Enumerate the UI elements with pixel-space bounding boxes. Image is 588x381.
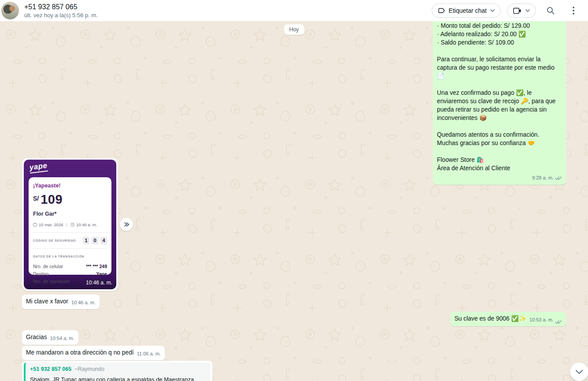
message-key-reply[interactable]: Su clave es de 9006 ✅✨ 10:53 a. m. <box>451 312 566 326</box>
security-digit: 0 <box>92 237 98 244</box>
yape-receipt: yape ¡Yapeaste! S/ 109 Flor Gar* 10 mar.… <box>24 160 116 289</box>
contact-avatar[interactable] <box>1 2 19 19</box>
security-digit: 4 <box>100 237 107 244</box>
contact-name: +51 932 857 065 <box>24 2 98 11</box>
message-list: Hoy · Monto total del pedido: S/ 129.00 … <box>0 21 588 381</box>
label-icon <box>438 7 445 14</box>
transaction-data-label: DATOS DE LA TRANSACCIÓN <box>33 252 107 261</box>
label-chat-button[interactable]: Etiquetar chat <box>432 4 501 18</box>
clock-icon <box>70 223 74 227</box>
receipt-time: 10:46 a. m. <box>76 220 97 229</box>
message-text: Su clave es de 9006 ✅✨ <box>455 314 526 323</box>
message-time: 11:06 a. m. <box>137 350 161 358</box>
message-text: Una vez confirmado su pago ✅, le enviare… <box>437 89 562 122</box>
message-yape-receipt-image[interactable]: yape ¡Yapeaste! S/ 109 Flor Gar* 10 mar.… <box>22 158 118 291</box>
chevron-down-icon <box>490 9 495 12</box>
message-text: Quedamos atentos a su confirmación. Much… <box>437 131 562 147</box>
yape-title: ¡Yapeaste! <box>33 182 107 190</box>
message-with-quote[interactable]: +51 932 857 065 ~Raymundo Shalom, JR Tup… <box>22 361 212 381</box>
kebab-menu-icon[interactable] <box>565 2 582 19</box>
message-wrong-address[interactable]: Me mandaron a otra dirección q no pedí 1… <box>22 346 165 360</box>
yape-card: ¡Yapeaste! S/ 109 Flor Gar* 10 mar. 2026… <box>29 177 111 275</box>
forward-button[interactable] <box>120 218 133 231</box>
forward-icon <box>123 221 130 228</box>
calendar-icon <box>33 223 37 227</box>
message-text: Gracias <box>26 333 47 341</box>
search-icon[interactable] <box>542 2 559 19</box>
label-chat-text: Etiquetar chat <box>449 7 487 14</box>
chat-header: +51 932 857 065 últ. vez hoy a la(s) 5:5… <box>0 0 588 21</box>
double-check-icon <box>555 320 562 324</box>
video-call-button[interactable] <box>507 4 536 18</box>
contact-last-seen: últ. vez hoy a la(s) 5:56 p. m. <box>24 11 98 19</box>
quoted-message[interactable]: +51 932 857 065 ~Raymundo Shalom, JR Tup… <box>24 362 211 381</box>
receipt-date: 10 mar. 2026 <box>39 220 63 229</box>
chevron-down-icon <box>525 9 530 12</box>
double-check-icon <box>555 176 562 180</box>
security-digit: 1 <box>83 237 89 244</box>
quote-text: Shalom, JR Tupac amaru con calleria a es… <box>30 375 206 381</box>
message-time: 9:28 a. m. <box>532 174 554 182</box>
amount: 109 <box>41 193 63 206</box>
message-text: Floower Store 🛍️ Área de Atención al Cli… <box>437 156 562 172</box>
security-code-label: CÓDIGO DE SEGURIDAD <box>33 236 76 245</box>
message-time: 10:54 a. m. <box>50 334 74 343</box>
row-label: Nro. de celular <box>33 263 63 270</box>
message-text: Me mandaron a otra dirección q no pedí <box>26 348 134 357</box>
whatsapp-chat-window: +51 932 857 065 últ. vez hoy a la(s) 5:5… <box>0 0 588 381</box>
currency: S/ <box>33 194 39 203</box>
date-divider: Hoy <box>284 24 304 35</box>
yape-logo: yape <box>29 162 48 173</box>
message-key-request[interactable]: Mi clave x favor 10:46 a. m. <box>22 295 100 309</box>
message-text: · Monto total del pedido: S/ 129.00 · Ad… <box>437 22 562 47</box>
quote-sender: +51 932 857 065 <box>30 365 71 374</box>
scroll-to-bottom-button[interactable] <box>570 362 588 381</box>
video-call-icon <box>513 7 522 14</box>
message-order-summary[interactable]: · Monto total del pedido: S/ 129.00 · Ad… <box>433 21 566 185</box>
payee-name: Flor Gar* <box>33 210 107 218</box>
message-text: Para continuar, le solicitamos enviar la… <box>437 55 562 80</box>
message-time: 10:53 a. m. <box>529 316 554 324</box>
message-text: Mi clave x favor <box>26 297 68 306</box>
message-time: 10:46 a. m. <box>71 299 96 307</box>
chevron-down-icon <box>575 370 583 374</box>
quote-sender-suffix: ~Raymundo <box>74 365 104 374</box>
separator: | <box>66 220 67 229</box>
contact-info[interactable]: +51 932 857 065 últ. vez hoy a la(s) 5:5… <box>24 2 98 19</box>
image-message-time: 10:46 a. m. <box>86 279 112 287</box>
message-thanks[interactable]: Gracias 10:54 a. m. <box>22 330 78 345</box>
row-value: *** *** 249 <box>86 263 107 270</box>
